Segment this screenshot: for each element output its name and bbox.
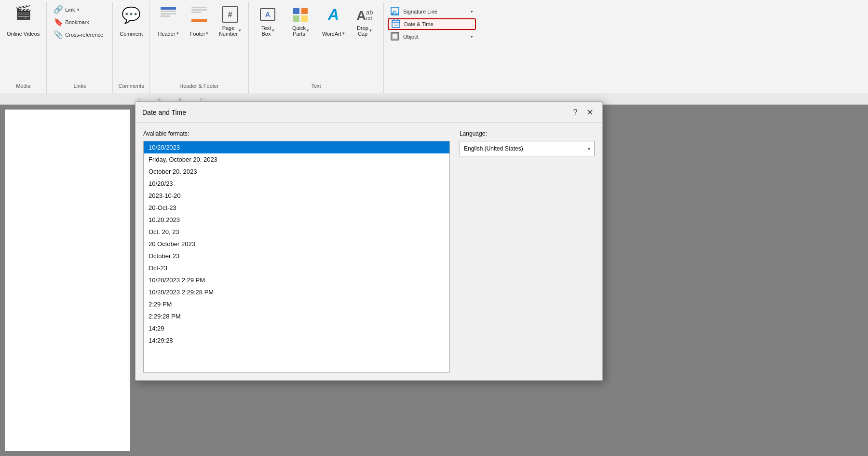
format-item-7[interactable]: Oct. 20, 23 <box>144 226 449 238</box>
ribbon: 🎬 Online Videos Media 🔗 Link ▾ 🔖 Bookmar… <box>0 0 868 94</box>
link-button[interactable]: 🔗 Link ▾ <box>51 4 108 15</box>
ribbon-section-comments: 💬 Comment Comments <box>113 2 150 94</box>
quick-parts-button[interactable]: QuickParts ▾ <box>284 4 317 39</box>
object-icon <box>391 32 399 41</box>
ruler-tick-4: · 4 · <box>135 97 142 102</box>
link-label: Link <box>65 7 75 13</box>
comment-button[interactable]: 💬 Comment <box>117 4 146 39</box>
language-dropdown-arrow: ▾ <box>588 146 590 152</box>
ruler-tick-7: · 7 · <box>197 97 204 102</box>
ribbon-section-right-placeholder-label <box>388 87 476 92</box>
object-dropdown-arrow: ▾ <box>471 34 473 39</box>
language-value: English (United States) <box>464 145 523 152</box>
language-label: Language: <box>460 130 595 137</box>
page-number-icon: # <box>221 6 239 23</box>
comment-icon: 💬 <box>122 6 141 24</box>
dialog-body: Available formats: 10/20/2023Friday, Oct… <box>136 123 602 380</box>
dialog-close-button[interactable]: ✕ <box>584 107 596 118</box>
drop-cap-button[interactable]: A ab cd DropCap ▾ <box>350 4 379 39</box>
bookmark-label: Bookmark <box>65 19 89 25</box>
online-videos-button[interactable]: 🎬 Online Videos <box>4 4 42 39</box>
ribbon-section-text: A TextBox ▾ <box>249 2 384 94</box>
dialog-titlebar-buttons: ? ✕ <box>570 107 596 118</box>
format-item-16[interactable]: 14:29:28 <box>144 334 449 346</box>
text-box-label: TextBox <box>261 25 271 37</box>
dialog-help-button[interactable]: ? <box>570 107 581 118</box>
cross-reference-button[interactable]: 📎 Cross-reference <box>51 29 108 41</box>
format-item-3[interactable]: 10/20/23 <box>144 178 449 190</box>
svg-rect-14 <box>293 15 299 22</box>
date-time-icon: 12 <box>392 19 400 29</box>
date-time-button[interactable]: 12 Date & Time <box>388 18 476 30</box>
svg-rect-7 <box>191 19 207 22</box>
dialog-left-panel: Available formats: 10/20/2023Friday, Oct… <box>143 130 450 373</box>
svg-line-21 <box>394 11 396 13</box>
signature-line-dropdown-arrow: ▾ <box>471 9 473 14</box>
format-item-14[interactable]: 2:29:28 PM <box>144 310 449 322</box>
ribbon-section-media-label: Media <box>16 81 30 92</box>
ribbon-section-links-label: Links <box>73 81 86 92</box>
text-box-button[interactable]: A TextBox ▾ <box>253 4 282 39</box>
format-item-2[interactable]: October 20, 2023 <box>144 166 449 178</box>
format-item-10[interactable]: Oct-23 <box>144 262 449 274</box>
date-time-dialog: Date and Time ? ✕ Available formats: 10/… <box>135 101 603 381</box>
bookmark-button[interactable]: 🔖 Bookmark <box>51 16 108 28</box>
signature-line-button[interactable]: Signature Line ▾ <box>388 6 476 17</box>
format-item-15[interactable]: 14:29 <box>144 322 449 334</box>
ribbon-section-comments-label: Comments <box>119 81 144 92</box>
header-label: Header <box>158 31 175 37</box>
format-item-0[interactable]: 10/20/2023 <box>144 141 449 153</box>
format-item-5[interactable]: 20-Oct-23 <box>144 202 449 214</box>
svg-rect-5 <box>191 9 207 11</box>
format-item-12[interactable]: 10/20/2023 2:29:28 PM <box>144 286 449 298</box>
format-item-6[interactable]: 10.20.2023 <box>144 214 449 226</box>
bookmark-icon: 🔖 <box>54 18 63 26</box>
available-formats-label: Available formats: <box>143 130 450 137</box>
text-box-icon: A <box>259 6 276 23</box>
dialog-right-panel: Language: English (United States) ▾ <box>460 130 595 373</box>
dialog-title: Date and Time <box>142 109 186 116</box>
date-time-label: Date & Time <box>404 21 434 27</box>
ribbon-section-right: Signature Line ▾ 12 Date & Time <box>384 2 480 94</box>
format-item-13[interactable]: 2:29 PM <box>144 298 449 310</box>
quick-parts-dropdown-arrow: ▾ <box>307 28 309 33</box>
format-item-9[interactable]: October 23 <box>144 250 449 262</box>
svg-rect-29 <box>392 33 398 39</box>
link-dropdown-arrow: ▾ <box>77 7 80 12</box>
drop-cap-dropdown-arrow: ▾ <box>369 28 372 33</box>
ribbon-section-hf-label: Header & Footer <box>179 81 218 92</box>
language-dropdown[interactable]: English (United States) ▾ <box>460 141 595 156</box>
object-button[interactable]: Object ▾ <box>388 31 476 42</box>
drop-cap-label: DropCap <box>357 25 368 37</box>
format-item-11[interactable]: 10/20/2023 2:29 PM <box>144 274 449 286</box>
quick-parts-label: QuickParts <box>292 25 306 37</box>
format-item-1[interactable]: Friday, October 20, 2023 <box>144 153 449 166</box>
page-number-button[interactable]: # PageNumber ▾ <box>216 4 244 39</box>
document-page <box>5 110 130 451</box>
online-videos-icon: 🎬 <box>15 6 32 19</box>
footer-label: Footer <box>190 31 205 37</box>
ribbon-section-links: 🔗 Link ▾ 🔖 Bookmark 📎 Cross-reference Li… <box>47 2 113 94</box>
formats-list[interactable]: 10/20/2023Friday, October 20, 2023Octobe… <box>144 141 449 372</box>
header-button[interactable]: Header ▾ <box>154 4 183 39</box>
svg-rect-15 <box>301 15 308 22</box>
svg-text:#: # <box>228 11 232 19</box>
svg-rect-12 <box>293 8 299 14</box>
online-videos-label: Online Videos <box>7 31 40 37</box>
footer-icon <box>190 6 208 23</box>
svg-rect-1 <box>161 11 176 12</box>
text-box-dropdown-arrow: ▾ <box>272 28 274 33</box>
header-dropdown-arrow: ▾ <box>176 31 179 36</box>
format-item-4[interactable]: 2023-10-20 <box>144 190 449 202</box>
object-label: Object <box>403 34 419 40</box>
wordart-button[interactable]: A WordArt ▾ <box>319 4 348 39</box>
cross-reference-label: Cross-reference <box>65 32 103 38</box>
ruler-tick-6: · 6 · <box>176 97 184 102</box>
wordart-label: WordArt <box>322 31 341 37</box>
footer-button[interactable]: Footer ▾ <box>185 4 214 39</box>
format-item-8[interactable]: 20 October 2023 <box>144 238 449 250</box>
ribbon-section-header-footer: Header ▾ Footer ▾ <box>150 2 249 94</box>
footer-dropdown-arrow: ▾ <box>206 31 208 36</box>
signature-line-label: Signature Line <box>403 9 437 14</box>
svg-text:12: 12 <box>394 23 398 27</box>
